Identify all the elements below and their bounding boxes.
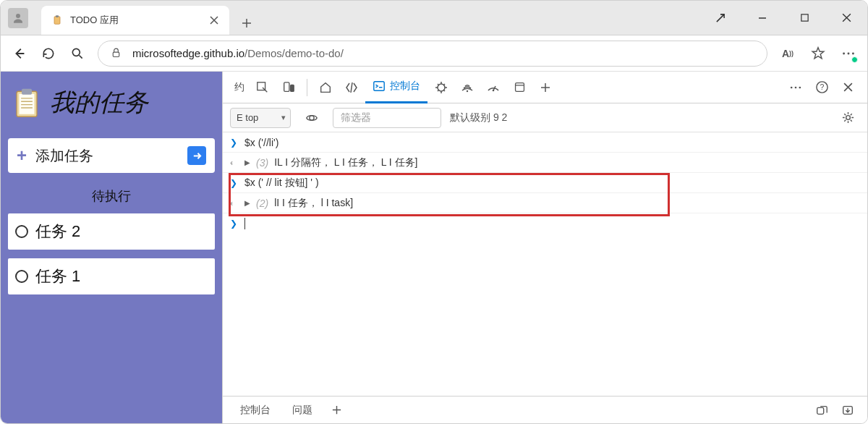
svg-point-18: [493, 89, 495, 91]
submit-button[interactable]: [187, 146, 206, 165]
svg-point-7: [848, 52, 850, 54]
context-select[interactable]: E top: [230, 108, 291, 128]
elements-tab[interactable]: [339, 75, 364, 100]
close-icon[interactable]: [209, 15, 219, 25]
add-task-row[interactable]: + 添加任务: [8, 138, 215, 173]
window-titlebar: TODO 应用: [1, 1, 867, 35]
live-expression-button[interactable]: [299, 106, 324, 130]
more-button[interactable]: [840, 45, 857, 62]
svg-rect-3: [801, 14, 807, 21]
device-button[interactable]: [276, 75, 301, 100]
chevron-right-icon: ❯: [230, 219, 239, 229]
level-label: 默认级别 9 2: [450, 111, 507, 124]
page-title: 我的任务: [50, 86, 148, 119]
svg-rect-15: [374, 82, 384, 91]
address-bar: microsoftedge.github.io/Demos/demo-to-do…: [1, 35, 867, 72]
svg-rect-2: [56, 15, 59, 17]
sources-tab[interactable]: [429, 75, 454, 100]
page-pane: 我的任务 + 添加任务 待执行 任务 2 任务 1: [1, 72, 222, 423]
console-output-line[interactable]: ‹· ▶ (2) lI I 任务， l I task]: [223, 193, 867, 213]
application-tab[interactable]: [507, 75, 532, 100]
url-text: microsoftedge.github.io/Demos/demo-to-do…: [132, 47, 344, 59]
plus-icon: +: [17, 145, 27, 166]
task-card[interactable]: 任务 2: [8, 213, 215, 250]
profile-button[interactable]: [8, 8, 28, 28]
close-button[interactable]: [825, 1, 867, 35]
console-body[interactable]: ❯ $x ('//li') ‹· ▶ (3) IL I 分隔符， L I 任务，…: [223, 132, 867, 396]
toolbar-prefix: 约: [230, 81, 249, 94]
console-tab[interactable]: 控制台: [365, 72, 427, 103]
lock-icon: [110, 47, 122, 59]
content-split: 我的任务 + 添加任务 待执行 任务 2 任务 1 约: [1, 72, 867, 423]
console-prompt[interactable]: ❯: [223, 213, 867, 234]
console-filter-row: E top 筛选器 默认级别 9 2: [223, 103, 867, 132]
drawer-issues-tab[interactable]: 问题: [282, 397, 323, 423]
filter-input[interactable]: 筛选器: [333, 108, 441, 128]
svg-rect-1: [54, 17, 60, 25]
new-tab-button[interactable]: [235, 12, 258, 35]
tab-title: TODO 应用: [70, 14, 202, 27]
svg-point-0: [16, 14, 20, 18]
devtools-help-button[interactable]: ?: [809, 75, 834, 100]
count-text: (2): [256, 198, 268, 209]
console-text: IL I 分隔符， L I 任务， L I 任务]: [274, 156, 417, 169]
page-header: 我的任务: [8, 79, 215, 130]
search-button[interactable]: [69, 45, 86, 62]
maximize-button[interactable]: [783, 1, 825, 35]
svg-point-4: [72, 48, 80, 56]
svg-rect-14: [291, 85, 294, 91]
add-task-label: 添加任务: [35, 146, 179, 166]
console-input-line[interactable]: ❯ $x ('//li'): [223, 132, 867, 153]
svg-point-25: [310, 115, 314, 119]
expand-icon[interactable]: ▶: [244, 158, 250, 166]
console-output-line[interactable]: ‹· ▶ (3) IL I 分隔符， L I 任务， L I 任务]: [223, 153, 867, 173]
minimize-button[interactable]: [699, 1, 741, 35]
task-card[interactable]: 任务 1: [8, 258, 215, 294]
devtools-close-button[interactable]: [835, 75, 860, 100]
section-label: 待执行: [8, 182, 215, 205]
browser-tab[interactable]: TODO 应用: [41, 6, 229, 35]
task-label: 任务 2: [35, 221, 80, 242]
svg-rect-19: [515, 83, 524, 92]
svg-point-26: [846, 116, 850, 120]
console-text: $x ('//li'): [244, 137, 278, 148]
network-tab[interactable]: [455, 75, 480, 100]
drawer-console-tab[interactable]: 控制台: [230, 397, 281, 423]
devtools-toolbar: 约 控制台 ?: [223, 72, 867, 103]
chevron-left-icon: ‹·: [230, 198, 239, 208]
devtools-pane: 约 控制台 ? E top 筛选器 默认级别 9 2: [222, 72, 867, 423]
svg-rect-5: [113, 52, 119, 56]
svg-rect-27: [817, 407, 824, 414]
radio-icon[interactable]: [15, 225, 28, 238]
devtools-more-button[interactable]: [783, 75, 808, 100]
add-tab-button[interactable]: [533, 75, 558, 100]
update-badge-icon: [851, 56, 858, 63]
svg-point-6: [843, 52, 845, 54]
drawer-button-a[interactable]: [809, 398, 834, 423]
cursor-icon: [244, 218, 245, 229]
welcome-tab[interactable]: [313, 75, 338, 100]
expand-icon[interactable]: ▶: [244, 199, 250, 207]
svg-point-21: [795, 86, 797, 88]
console-settings-button[interactable]: [835, 106, 860, 130]
refresh-button[interactable]: [40, 45, 57, 62]
back-button[interactable]: [11, 45, 28, 62]
minimize-button[interactable]: [741, 1, 783, 35]
inspect-button[interactable]: [250, 75, 275, 100]
task-label: 任务 1: [35, 266, 80, 287]
url-box[interactable]: microsoftedge.github.io/Demos/demo-to-do…: [98, 41, 767, 67]
svg-rect-11: [22, 89, 32, 95]
read-aloud-button[interactable]: A)): [779, 45, 796, 62]
performance-tab[interactable]: [481, 75, 506, 100]
drawer-add-tab-button[interactable]: [324, 398, 349, 423]
svg-point-17: [467, 90, 468, 91]
chevron-right-icon: ❯: [230, 178, 239, 188]
toolbar-right: A)): [779, 45, 857, 62]
clipboard-icon: [51, 14, 63, 26]
svg-rect-10: [20, 94, 35, 114]
favorite-button[interactable]: [809, 45, 827, 62]
console-input-line[interactable]: ❯ $x (' // lit 按钮] ' ): [223, 173, 867, 193]
radio-icon[interactable]: [15, 270, 28, 283]
svg-point-8: [852, 52, 854, 54]
drawer-button-b[interactable]: [835, 398, 860, 423]
